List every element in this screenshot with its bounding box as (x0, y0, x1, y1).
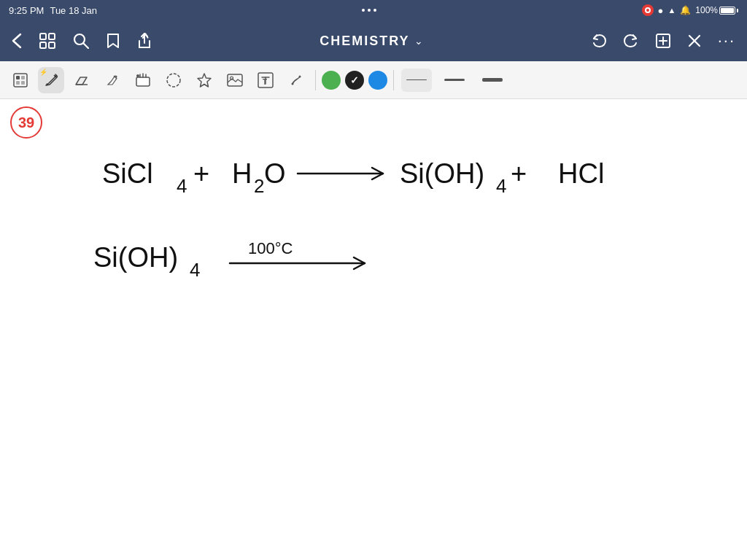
toolbar-separator-1 (315, 70, 316, 90)
svg-point-24 (136, 74, 139, 77)
svg-line-5 (84, 44, 89, 49)
status-left: 9:25 PM Tue 18 Jan (9, 5, 97, 16)
time-display: 9:25 PM (9, 5, 44, 16)
image-tool-button[interactable] (222, 67, 248, 93)
grid-view-button[interactable] (36, 30, 58, 52)
svg-point-33 (292, 82, 294, 85)
nav-title-container: CHEMISTRY ⌄ (166, 34, 576, 49)
svg-text:4: 4 (177, 175, 187, 197)
svg-text:+: + (511, 158, 527, 189)
battery-fill (721, 8, 734, 13)
svg-rect-1 (49, 34, 55, 39)
svg-rect-20 (136, 77, 150, 86)
layers-tool-button[interactable] (7, 67, 34, 93)
pen-tool-button[interactable]: ⚡ (38, 67, 64, 93)
recording-indicator (642, 4, 654, 16)
lasso-tool-button[interactable] (160, 67, 187, 93)
green-color-button[interactable] (322, 71, 341, 90)
svg-point-34 (299, 75, 301, 77)
canvas-area[interactable]: 39 .eq { font-family: 'Segoe UI', 'Arial… (0, 99, 747, 560)
nav-right-icons: ··· (588, 28, 738, 53)
medium-stroke-preview (444, 79, 465, 81)
svg-rect-2 (40, 42, 46, 48)
svg-text:2: 2 (254, 175, 264, 197)
star-tool-button[interactable] (191, 67, 217, 93)
wifi-icon: ● (658, 5, 664, 16)
toolbar: ⚡ (0, 61, 747, 99)
share-button[interactable] (134, 30, 155, 52)
chemistry-canvas: .eq { font-family: 'Segoe UI', 'Arial', … (0, 99, 747, 560)
nav-bar: CHEMISTRY ⌄ (0, 20, 747, 61)
bookmark-button[interactable] (104, 30, 123, 52)
thick-stroke-preview (482, 78, 503, 82)
svg-text:4: 4 (496, 175, 506, 197)
highlighter-tool-button[interactable] (99, 67, 125, 93)
hand-tool-button[interactable] (130, 67, 156, 93)
svg-rect-16 (21, 81, 25, 85)
svg-text:T: T (263, 78, 267, 86)
battery-percent: 100% (695, 5, 718, 15)
svg-rect-13 (16, 76, 20, 79)
dot2 (368, 9, 371, 12)
status-bar: 9:25 PM Tue 18 Jan ● ▲ 🔔 100% (0, 0, 747, 20)
recording-dot-inner (645, 7, 651, 13)
thin-stroke-preview (406, 79, 427, 81)
stroke-thick-button[interactable] (477, 69, 508, 92)
stroke-medium-button[interactable] (439, 69, 470, 92)
svg-rect-3 (49, 42, 55, 48)
svg-rect-14 (21, 76, 25, 79)
battery-tip (737, 9, 738, 12)
redo-button[interactable] (620, 30, 642, 52)
add-page-button[interactable] (652, 30, 674, 52)
dot1 (362, 9, 365, 12)
document-title: CHEMISTRY (320, 34, 409, 49)
sound-icon: 🔔 (680, 5, 691, 15)
svg-text:SiCl: SiCl (102, 158, 153, 189)
svg-text:O: O (264, 158, 286, 189)
marker-tool-button[interactable] (283, 67, 309, 93)
close-button[interactable] (684, 31, 705, 51)
svg-text:H: H (232, 158, 252, 189)
eraser-tool-button[interactable] (69, 67, 95, 93)
svg-text:100°C: 100°C (248, 239, 293, 257)
status-right: ● ▲ 🔔 100% (642, 4, 738, 16)
search-button[interactable] (70, 30, 92, 52)
battery-container: 100% (695, 5, 738, 15)
toolbar-separator-2 (393, 70, 394, 90)
status-center (362, 9, 376, 12)
svg-rect-15 (16, 81, 20, 85)
svg-point-25 (167, 74, 180, 87)
date-display: Tue 18 Jan (50, 5, 97, 16)
svg-text:HCl: HCl (558, 158, 604, 189)
svg-rect-12 (14, 74, 27, 87)
back-button[interactable] (9, 30, 25, 52)
svg-text:Si(OH): Si(OH) (93, 242, 178, 273)
undo-button[interactable] (588, 30, 610, 52)
black-color-button[interactable]: ✓ (345, 71, 364, 90)
battery-icon (719, 7, 735, 15)
more-options-button[interactable]: ··· (715, 28, 738, 53)
signal-icon: ▲ (667, 6, 676, 15)
svg-text:+: + (193, 158, 209, 189)
svg-text:Si(OH): Si(OH) (400, 158, 484, 189)
dot3 (374, 9, 376, 12)
svg-text:4: 4 (190, 259, 200, 281)
stroke-thin-button[interactable] (401, 69, 432, 92)
svg-marker-26 (198, 74, 211, 87)
text-tool-button[interactable]: T (252, 67, 279, 93)
selected-check-icon: ✓ (350, 74, 359, 86)
svg-rect-0 (40, 34, 46, 39)
title-chevron-icon[interactable]: ⌄ (414, 35, 423, 47)
blue-color-button[interactable] (368, 71, 387, 90)
